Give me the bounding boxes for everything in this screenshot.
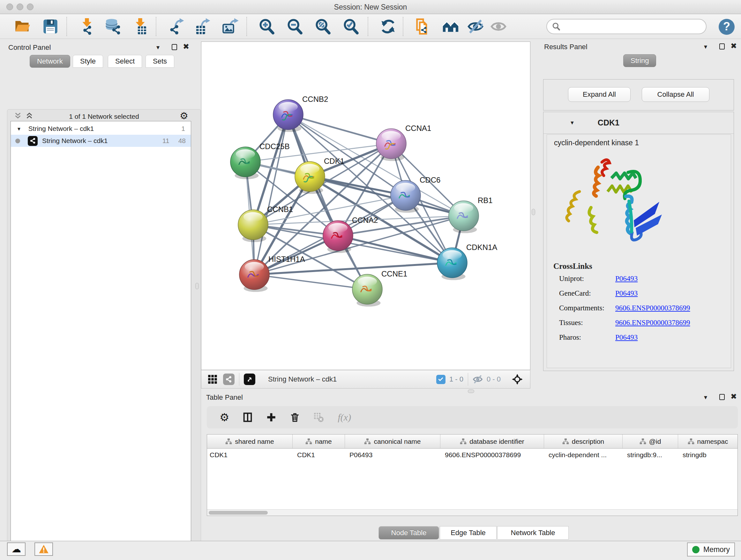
table-options-gear-icon[interactable]: ⚙ [219,411,229,424]
search-input[interactable] [560,22,694,31]
cell-shared-name[interactable]: CDK1 [207,449,293,461]
crosslink-genecard-link[interactable]: P06493 [615,289,725,298]
export-table-icon[interactable] [195,18,211,35]
tab-network[interactable]: Network [30,55,70,68]
column-header-shared-name[interactable]: shared name [207,435,293,448]
import-network-from-file-icon[interactable] [78,18,95,35]
panel-close-icon[interactable]: ✖ [731,393,737,400]
cloud-icon: ☁ [11,544,21,554]
protein-section-header[interactable]: ▼ CDK1 [543,112,734,134]
tab-sets[interactable]: Sets [145,55,174,68]
import-table-from-file-icon[interactable] [131,18,148,35]
panel-close-icon[interactable]: ✖ [731,43,737,49]
column-header-namespace[interactable]: namespac [678,435,738,448]
vertical-splitter-handle[interactable] [532,209,535,215]
panel-float-icon[interactable] [172,44,177,50]
network-collection-row[interactable]: ▼ String Network – cdk1 1 [11,123,191,135]
column-header-id[interactable]: @id [623,435,678,448]
memory-button[interactable]: Memory [687,543,735,557]
birds-eye-view-icon[interactable] [244,374,255,385]
crosslink-pharos-link[interactable]: P06493 [615,333,725,341]
cloud-button[interactable]: ☁ [7,543,25,556]
crosslink-label: GeneCard: [559,289,615,298]
cell-description[interactable]: cyclin-dependent ... [544,449,623,461]
network-view-title: String Network – cdk1 [268,375,337,383]
delete-column-icon[interactable] [290,412,300,422]
column-type-icon [688,438,694,445]
node-label-CDC25B: CDC25B [259,142,290,151]
grid-view-icon[interactable] [208,374,217,384]
warnings-button[interactable] [35,543,53,556]
selected-checkbox-icon[interactable] [436,375,446,384]
results-panel-title: Results Panel [544,43,588,51]
tab-string[interactable]: String [623,54,656,67]
cell-name[interactable]: CDK1 [293,449,345,461]
zoom-fit-icon[interactable] [315,18,331,35]
scrollbar-thumb[interactable] [209,511,268,515]
expand-all-button[interactable]: Expand All [568,87,630,102]
network-share-icon[interactable] [223,374,234,385]
node-gloss [328,223,347,233]
export-network-icon[interactable] [169,18,185,35]
crosshair-icon[interactable] [512,374,523,385]
clone-network-icon[interactable] [414,18,431,35]
protein-name: CDK1 [598,118,619,127]
hidden-eye-slash-icon[interactable] [473,374,483,384]
panel-close-icon[interactable]: ✖ [183,44,189,50]
crosslink-tissues-link[interactable]: 9606.ENSP00000378699 [615,319,725,327]
node-label-CCNA1: CCNA1 [405,124,431,132]
show-columns-icon[interactable] [243,412,253,422]
network-edge[interactable] [338,236,452,263]
save-session-icon[interactable] [42,18,59,35]
panel-menu-icon[interactable]: ▾ [156,44,159,51]
import-network-from-database-icon[interactable] [105,18,121,35]
node-label-CCNB1: CCNB1 [267,205,293,213]
cell-canonical-name[interactable]: P06493 [345,449,441,461]
refresh-layout-icon[interactable] [380,18,396,35]
zoom-selected-icon[interactable] [343,18,359,35]
zoom-in-icon[interactable] [259,18,275,35]
network-edge[interactable] [254,274,367,289]
zoom-out-icon[interactable] [286,18,303,35]
panel-float-icon[interactable] [719,394,725,400]
section-collapse-icon[interactable]: ▼ [569,120,575,126]
node-gloss [279,102,298,112]
show-all-icon[interactable] [490,18,507,35]
tab-node-table[interactable]: Node Table [379,526,439,540]
collapse-all-button[interactable]: Collapse All [642,87,710,102]
crosslinks-list: Uniprot: P06493 GeneCard: P06493 Compart… [559,274,725,341]
network-row-selected[interactable]: String Network – cdk1 11 48 [11,135,191,147]
horizontal-scrollbar[interactable] [207,509,738,516]
cell-database-identifier[interactable]: 9606.ENSP00000378699 [441,449,544,461]
hide-selected-icon[interactable] [467,18,484,35]
help-button[interactable]: ? [719,19,735,35]
vertical-splitter-handle[interactable] [195,283,199,289]
column-header-description[interactable]: description [544,435,623,448]
network-canvas[interactable]: CCNB2CCNA1CDC25BCDK1CDC6RB1CCNB1CCNA2CDK… [201,42,530,370]
home-networks-icon[interactable] [442,18,459,35]
cell-namespace[interactable]: stringdb [678,449,738,461]
column-header-canonical-name[interactable]: canonical name [345,435,441,448]
crosslink-compartments-link[interactable]: 9606.ENSP00000378699 [615,304,725,312]
collection-count: 1 [181,125,185,132]
cell-id[interactable]: stringdb:9... [623,449,678,461]
table-row[interactable]: CDK1 CDK1 P06493 9606.ENSP00000378699 cy… [207,449,738,461]
panel-menu-icon[interactable]: ▾ [704,44,707,50]
add-column-icon[interactable] [266,412,276,422]
panel-float-icon[interactable] [719,44,725,50]
network-options-gear-icon[interactable]: ⚙ [180,110,188,121]
panel-menu-icon[interactable]: ▾ [704,394,707,400]
column-header-name[interactable]: name [293,435,345,448]
tab-style[interactable]: Style [73,55,103,68]
tab-edge-table[interactable]: Edge Table [440,526,496,540]
column-header-database-identifier[interactable]: database identifier [441,435,544,448]
column-type-icon [364,438,371,445]
open-session-icon[interactable] [14,18,30,35]
crosslink-uniprot-link[interactable]: P06493 [615,274,725,283]
network-edge[interactable] [254,115,288,274]
network-status-dot [15,138,20,143]
export-image-icon[interactable] [222,18,239,35]
tab-network-table[interactable]: Network Table [497,526,569,540]
tab-select[interactable]: Select [108,55,142,68]
collection-expand-icon[interactable]: ▼ [17,126,21,132]
